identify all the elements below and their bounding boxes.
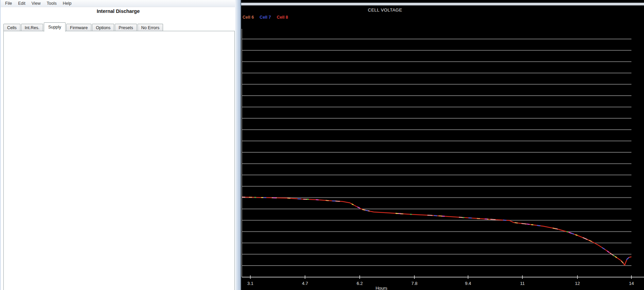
menu-bar: FileEditViewToolsHelp — [1, 0, 236, 7]
x-tick-label: 4.7 — [302, 281, 308, 286]
cell-voltage-window: CELL VOLTAGE Cell 6Cell 7Cell 8 3.14.76.… — [241, 0, 644, 290]
tab-no-errors[interactable]: No Errors — [138, 24, 163, 31]
discharge-app-window: FileEditViewToolsHelp Internal Discharge… — [0, 0, 241, 290]
supply-tab-page — [3, 31, 235, 290]
menu-item-edit[interactable]: Edit — [15, 0, 29, 6]
cell-voltage-curve — [242, 197, 631, 265]
x-axis-label: Hours — [376, 286, 388, 290]
tab-firmware[interactable]: Firmware — [66, 24, 91, 31]
tab-cells[interactable]: Cells — [3, 24, 20, 31]
x-tick-label: 6.2 — [357, 281, 363, 286]
menu-item-view[interactable]: View — [29, 0, 44, 6]
cell-voltage-chart: 3.14.76.27.89.4111214Hours — [241, 0, 644, 290]
menu-item-help[interactable]: Help — [60, 0, 75, 6]
x-tick-label: 3.1 — [247, 281, 253, 286]
cell-voltage-curve — [242, 197, 631, 265]
menu-item-tools[interactable]: Tools — [44, 0, 60, 6]
x-tick-label: 7.8 — [411, 281, 417, 286]
x-tick-label: 14 — [629, 281, 634, 286]
tab-presets[interactable]: Presets — [115, 24, 137, 31]
window-divider[interactable] — [235, 0, 241, 290]
cell-voltage-curve — [242, 197, 631, 265]
cell-voltage-curve — [242, 197, 631, 265]
tab-strip: CellsInt.Res.SupplyFirmwareOptionsPreset… — [3, 23, 164, 31]
tab-supply[interactable]: Supply — [44, 22, 66, 32]
tab-int-res[interactable]: Int.Res. — [21, 24, 43, 31]
cell-voltage-curve — [242, 197, 631, 265]
cell-voltage-curve — [242, 197, 631, 265]
x-tick-label: 11 — [520, 281, 525, 286]
x-tick-label: 9.4 — [465, 281, 471, 286]
chart-svg: 3.14.76.27.89.4111214Hours — [241, 0, 644, 290]
page-title: Internal Discharge — [1, 8, 236, 14]
tab-options[interactable]: Options — [92, 24, 114, 31]
screen: FileEditViewToolsHelp Internal Discharge… — [0, 0, 644, 290]
menu-item-file[interactable]: File — [2, 0, 15, 6]
cell-voltage-curve — [242, 197, 631, 265]
x-tick-label: 12 — [575, 281, 580, 286]
